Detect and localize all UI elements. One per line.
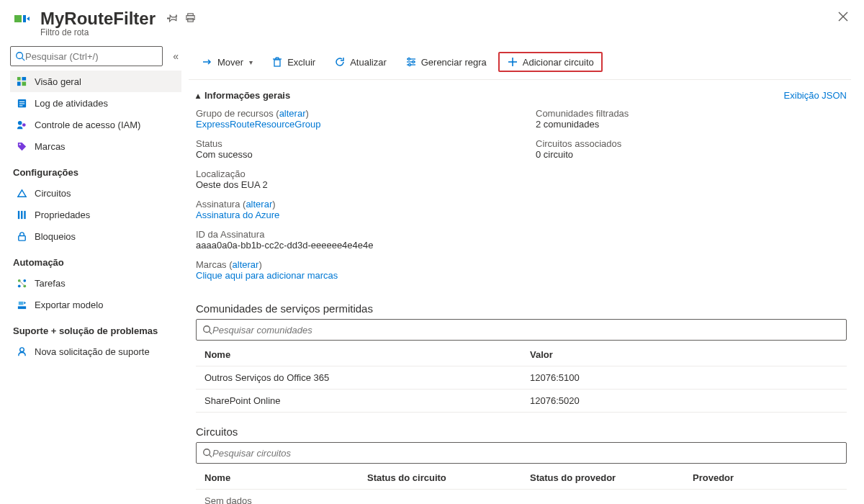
- communities-col-value[interactable]: Valor: [521, 343, 847, 366]
- sliders-icon: [405, 56, 417, 68]
- svg-line-8: [22, 58, 25, 61]
- refresh-button[interactable]: Atualizar: [327, 53, 394, 71]
- circuits-col-name[interactable]: Nome: [196, 467, 359, 489]
- chevron-down-icon: ▾: [249, 58, 253, 66]
- svg-point-43: [408, 64, 410, 66]
- location-value: Oeste dos EUA 2: [196, 179, 507, 190]
- manage-rule-button[interactable]: Gerenciar regra: [398, 53, 494, 71]
- search-icon: [202, 325, 212, 335]
- tags-value[interactable]: Clique aqui para adicionar marcas: [196, 270, 338, 281]
- sidebar-item-properties[interactable]: Propriedades: [10, 204, 181, 225]
- sidebar-item-label: Propriedades: [35, 210, 90, 220]
- main-pane: Mover ▾ Excluir Atualizar Gerenciar regr…: [189, 40, 864, 504]
- chevron-up-icon: ▴: [196, 91, 200, 101]
- subscription-value[interactable]: Assinatura do Azure: [196, 210, 279, 220]
- svg-rect-0: [14, 15, 22, 22]
- circuits-col-provider[interactable]: Provedor: [684, 467, 847, 489]
- sidebar-item-label: Bloqueios: [35, 231, 76, 242]
- svg-rect-16: [19, 105, 22, 106]
- circuits-search[interactable]: [196, 442, 847, 464]
- add-circuit-button[interactable]: Adicionar circuito: [498, 52, 603, 72]
- json-view-link[interactable]: Exibição JSON: [784, 90, 847, 101]
- svg-rect-11: [17, 81, 20, 86]
- sidebar-item-label: Tarefas: [35, 278, 66, 289]
- communities-col-name[interactable]: Nome: [196, 343, 521, 366]
- svg-rect-10: [22, 76, 26, 80]
- sidebar-item-label: Nova solicitação de suporte: [35, 346, 150, 357]
- table-row[interactable]: Outros Serviços do Office 365 12076:5100: [196, 366, 847, 390]
- sidebar-search[interactable]: [10, 46, 163, 66]
- svg-rect-33: [274, 60, 280, 66]
- svg-point-17: [17, 120, 22, 125]
- tasks-icon: [16, 277, 27, 289]
- collapse-sidebar-icon[interactable]: «: [170, 48, 181, 65]
- sidebar-item-export-template[interactable]: Exportar modelo: [10, 294, 181, 315]
- subscription-id-value: aaaa0a0a-bb1b-cc2c-dd3d-eeeeee4e4e4e: [196, 240, 507, 251]
- sidebar-item-new-support-request[interactable]: Nova solicitação de suporte: [10, 341, 181, 362]
- toolbar-label: Gerenciar regra: [421, 57, 487, 68]
- print-icon[interactable]: [185, 12, 196, 25]
- community-name: Outros Serviços do Office 365: [196, 366, 521, 389]
- svg-point-46: [204, 326, 210, 333]
- plus-icon: [507, 56, 518, 68]
- circuits-heading: Circuitos: [196, 426, 847, 438]
- sidebar-item-tasks[interactable]: Tarefas: [10, 272, 181, 294]
- sidebar-item-label: Marcas: [35, 141, 66, 152]
- allowed-communities-heading: Comunidades de serviços permitidas: [196, 302, 847, 315]
- sidebar-item-overview[interactable]: Visão geral: [10, 71, 181, 92]
- table-row[interactable]: SharePoint Online 12076:5020: [196, 390, 847, 413]
- tags-change-link[interactable]: alterar: [233, 259, 259, 270]
- circuits-col-circuit-status[interactable]: Status do circuito: [359, 467, 521, 489]
- sidebar-item-locks[interactable]: Bloqueios: [10, 225, 181, 247]
- pin-icon[interactable]: [167, 12, 178, 25]
- associated-circuits-value: 0 circuito: [536, 149, 847, 160]
- sidebar-item-circuits[interactable]: Circuitos: [10, 182, 181, 204]
- svg-rect-15: [19, 103, 24, 104]
- move-button[interactable]: Mover ▾: [194, 53, 260, 71]
- svg-point-31: [19, 347, 24, 351]
- iam-icon: [16, 119, 27, 130]
- properties-icon: [16, 209, 27, 220]
- move-icon: [202, 56, 213, 68]
- sidebar-section-automation: Automação: [10, 247, 181, 272]
- svg-rect-29: [17, 306, 25, 309]
- subscription-id-label: ID da Assinatura: [196, 229, 507, 240]
- search-input[interactable]: [25, 51, 158, 62]
- export-icon: [16, 299, 27, 310]
- table-row-empty: Sem dados: [196, 490, 847, 504]
- svg-rect-9: [17, 76, 20, 80]
- circuit-icon: [16, 187, 27, 199]
- circuits-col-provider-status[interactable]: Status do provedor: [521, 467, 684, 489]
- communities-value: 2 comunidades: [536, 119, 847, 130]
- svg-point-48: [204, 449, 210, 456]
- rg-value[interactable]: ExpressRouteResourceGroup: [196, 119, 320, 130]
- svg-point-7: [17, 53, 23, 59]
- tag-icon: [16, 140, 27, 152]
- toolbar-label: Excluir: [287, 57, 315, 68]
- page-subtitle: Filtro de rota: [40, 27, 196, 37]
- svg-point-26: [17, 284, 20, 287]
- toolbar-label: Adicionar circuito: [523, 57, 594, 68]
- tags-label: Marcas (alterar): [196, 259, 507, 270]
- delete-button[interactable]: Excluir: [264, 53, 323, 71]
- toolbar-label: Atualizar: [350, 57, 387, 68]
- close-icon[interactable]: [835, 9, 851, 27]
- sidebar-item-activity-log[interactable]: Log de atividades: [10, 92, 181, 114]
- sidebar-item-iam[interactable]: Controle de acesso (IAM): [10, 114, 181, 135]
- communities-search-input[interactable]: [212, 325, 840, 336]
- svg-rect-1: [23, 15, 26, 22]
- header-text: MyRouteFilter Filtro de rota: [40, 9, 196, 37]
- svg-point-25: [23, 279, 26, 282]
- rg-change-link[interactable]: alterar: [279, 108, 306, 119]
- refresh-icon: [334, 56, 346, 68]
- sub-change-link[interactable]: alterar: [246, 199, 272, 210]
- community-value: 12076:5100: [521, 366, 847, 389]
- sidebar-item-tags[interactable]: Marcas: [10, 135, 181, 157]
- svg-point-41: [408, 58, 410, 60]
- circuits-empty: Sem dados: [196, 490, 359, 504]
- essentials-heading: Informações gerais: [204, 90, 290, 101]
- circuits-search-input[interactable]: [212, 448, 840, 459]
- communities-search[interactable]: [196, 319, 847, 341]
- essentials-header[interactable]: ▴ Informações gerais Exibição JSON: [196, 87, 847, 108]
- svg-rect-21: [21, 210, 22, 218]
